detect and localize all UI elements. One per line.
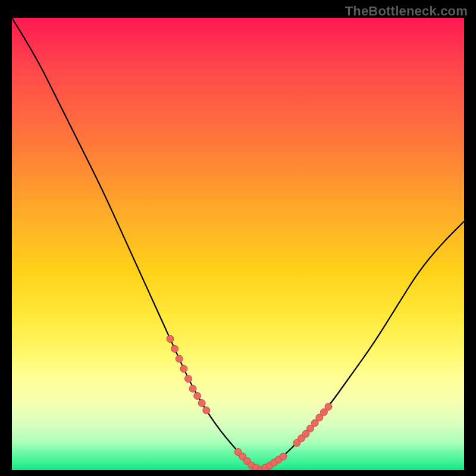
left-branch-markers-dot bbox=[180, 365, 187, 372]
valley-markers-dot bbox=[234, 449, 242, 456]
valley-markers-dot bbox=[243, 458, 250, 465]
valley-markers-dot bbox=[248, 462, 255, 469]
right-branch-markers-dot bbox=[298, 435, 305, 442]
left-branch-markers-dot bbox=[189, 385, 196, 392]
bottleneck-curve bbox=[12, 18, 464, 469]
valley-markers-dot bbox=[239, 453, 246, 460]
left-branch-markers-dot bbox=[198, 400, 205, 407]
left-branch-markers-dot bbox=[171, 345, 178, 352]
valley-markers-dot bbox=[280, 453, 287, 460]
right-branch-markers-dot bbox=[307, 425, 314, 432]
right-branch-markers-dot bbox=[311, 419, 318, 427]
valley-markers-dot bbox=[266, 462, 273, 469]
marker-layer bbox=[167, 336, 332, 470]
valley-markers-dot bbox=[262, 464, 269, 470]
valley-markers-dot bbox=[275, 456, 282, 463]
left-branch-markers-dot bbox=[194, 392, 201, 399]
left-branch-markers-dot bbox=[184, 375, 192, 383]
left-branch-markers-dot bbox=[176, 355, 183, 362]
right-branch-markers-dot bbox=[320, 409, 327, 416]
valley-markers-dot bbox=[252, 464, 259, 470]
right-branch-markers-dot bbox=[316, 414, 323, 421]
watermark-text: TheBottleneck.com bbox=[345, 4, 468, 19]
valley-markers-dot bbox=[271, 459, 278, 466]
right-branch-markers-dot bbox=[302, 430, 309, 437]
chart-frame: TheBottleneck.com bbox=[0, 0, 476, 476]
curve-layer bbox=[12, 18, 464, 470]
left-branch-markers-dot bbox=[167, 336, 174, 343]
left-branch-markers-dot bbox=[203, 407, 210, 414]
valley-markers-dot bbox=[257, 466, 264, 470]
right-branch-markers-dot bbox=[325, 403, 332, 411]
right-branch-markers-dot bbox=[293, 439, 300, 446]
plot-area bbox=[12, 18, 464, 470]
